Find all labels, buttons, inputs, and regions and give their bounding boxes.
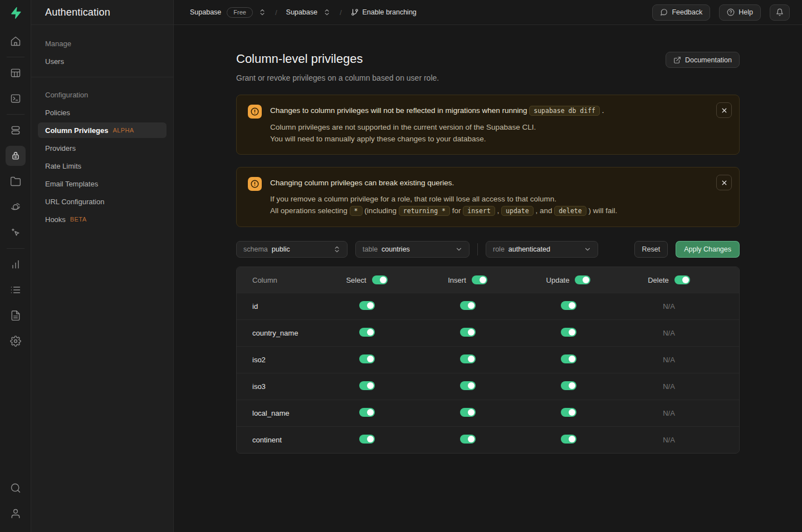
cell-delete-na: N/A xyxy=(663,382,675,391)
insert-toggle[interactable] xyxy=(460,435,476,444)
git-branch-icon xyxy=(351,8,359,16)
sidebar-item-url-configuration[interactable]: URL Configuration xyxy=(38,194,167,209)
cell-select xyxy=(359,381,375,392)
update-all-toggle[interactable] xyxy=(575,275,590,284)
reset-button[interactable]: Reset xyxy=(634,241,668,258)
select-toggle[interactable] xyxy=(359,354,375,363)
rail-item-user[interactable] xyxy=(6,504,26,524)
rail-divider xyxy=(7,248,25,249)
schema-select[interactable]: schema public xyxy=(236,241,348,258)
banner-close-button[interactable] xyxy=(716,102,732,118)
inline-code: supabase db diff xyxy=(529,106,600,116)
help-circle-icon xyxy=(727,8,735,16)
select-header: Select xyxy=(346,276,366,284)
feedback-button[interactable]: Feedback xyxy=(652,4,710,21)
rail-item-settings[interactable] xyxy=(6,331,26,351)
cell-update xyxy=(561,328,576,338)
select-all-toggle[interactable] xyxy=(372,275,388,284)
update-header: Update xyxy=(546,276,570,284)
banner-line-text: ) will fail. xyxy=(586,206,618,215)
rail-item-search[interactable] xyxy=(6,478,26,498)
filter-bar: schema public table countries role authe… xyxy=(236,241,740,258)
sidebar-item-badge: BETA xyxy=(70,216,87,223)
rail-item-edge-functions[interactable] xyxy=(6,197,26,217)
rail-item-home[interactable] xyxy=(6,31,26,51)
documentation-button[interactable]: Documentation xyxy=(666,52,740,68)
update-toggle[interactable] xyxy=(561,435,576,444)
update-toggle[interactable] xyxy=(561,301,576,310)
rail-item-database[interactable] xyxy=(6,120,26,140)
delete-header: Delete xyxy=(648,276,669,284)
inline-code: update xyxy=(501,206,534,216)
sidebar-item-providers[interactable]: Providers xyxy=(38,140,167,156)
chevrons-up-down-icon xyxy=(333,245,341,253)
banner-title-text: . xyxy=(600,106,604,115)
supabase-bolt-icon xyxy=(9,6,22,19)
sql-editor-icon xyxy=(10,93,21,104)
update-toggle[interactable] xyxy=(561,328,576,337)
select-toggle[interactable] xyxy=(359,301,375,310)
cell-update xyxy=(561,408,576,418)
sidebar-item-rate-limits[interactable]: Rate Limits xyxy=(38,158,167,174)
plan-badge[interactable]: Free xyxy=(227,7,253,18)
enable-branching-button[interactable]: Enable branching xyxy=(351,8,417,16)
sidebar-item-column-privileges[interactable]: Column PrivilegesALPHA xyxy=(38,122,167,138)
select-toggle[interactable] xyxy=(359,435,375,444)
update-toggle[interactable] xyxy=(561,381,576,390)
column-name: continent xyxy=(237,436,316,444)
cell-delete-na: N/A xyxy=(663,409,675,417)
inline-code: insert xyxy=(463,206,495,216)
supabase-logo[interactable] xyxy=(0,0,31,25)
cell-update xyxy=(561,435,576,445)
select-toggle[interactable] xyxy=(359,408,375,417)
org-switcher-chevrons-icon[interactable] xyxy=(258,8,266,16)
apply-changes-button[interactable]: Apply Changes xyxy=(676,241,740,258)
cell-delete-na: N/A xyxy=(663,356,675,364)
cell-insert xyxy=(460,328,476,338)
cell-select xyxy=(359,354,375,365)
role-select[interactable]: role authenticated xyxy=(486,241,598,258)
banner-line-text: , xyxy=(495,206,501,215)
insert-toggle[interactable] xyxy=(460,354,476,363)
rail-item-reports[interactable] xyxy=(6,254,26,274)
sidebar-item-users[interactable]: Users xyxy=(38,53,167,69)
select-toggle[interactable] xyxy=(359,381,375,390)
realtime-icon xyxy=(10,227,21,238)
rail-item-authentication[interactable] xyxy=(6,146,26,166)
sidebar-item-hooks[interactable]: HooksBETA xyxy=(38,211,167,227)
notifications-button[interactable] xyxy=(770,4,790,21)
insert-all-toggle[interactable] xyxy=(472,275,487,284)
sidebar-item-policies[interactable]: Policies xyxy=(38,105,167,120)
help-button[interactable]: Help xyxy=(719,4,761,21)
rail-item-realtime[interactable] xyxy=(6,223,26,243)
sidebar-item-email-templates[interactable]: Email Templates xyxy=(38,176,167,191)
column-name: id xyxy=(237,302,316,311)
insert-toggle[interactable] xyxy=(460,408,476,417)
breadcrumb-separator: / xyxy=(275,8,277,17)
search-icon xyxy=(10,482,21,494)
banner-close-button[interactable] xyxy=(716,175,732,190)
edge-functions-icon xyxy=(10,201,21,213)
insert-toggle[interactable] xyxy=(460,301,476,310)
rail-divider xyxy=(7,57,25,57)
project-switcher-chevrons-icon[interactable] xyxy=(323,8,331,16)
insert-toggle[interactable] xyxy=(460,328,476,337)
cell-select xyxy=(359,408,375,418)
column-name: iso2 xyxy=(237,356,316,364)
insert-toggle[interactable] xyxy=(460,381,476,390)
select-toggle[interactable] xyxy=(359,328,375,337)
speech-bubble-icon xyxy=(660,8,668,16)
banner-title: Changing column privileges can break exi… xyxy=(270,177,617,189)
table-select[interactable]: table countries xyxy=(355,241,470,258)
breadcrumb-project[interactable]: Supabase xyxy=(286,8,317,16)
update-toggle[interactable] xyxy=(561,354,576,363)
rail-item-api-docs[interactable] xyxy=(6,306,26,326)
delete-all-toggle[interactable] xyxy=(674,275,690,284)
breadcrumb-org[interactable]: Supabase xyxy=(190,8,221,16)
rail-item-storage[interactable] xyxy=(6,171,26,191)
update-toggle[interactable] xyxy=(561,408,576,417)
rail-item-table-editor[interactable] xyxy=(6,63,26,83)
banner-line-text: You will need to manually apply these ch… xyxy=(270,135,486,143)
rail-item-sql-editor[interactable] xyxy=(6,88,26,109)
rail-item-logs[interactable] xyxy=(6,280,26,300)
